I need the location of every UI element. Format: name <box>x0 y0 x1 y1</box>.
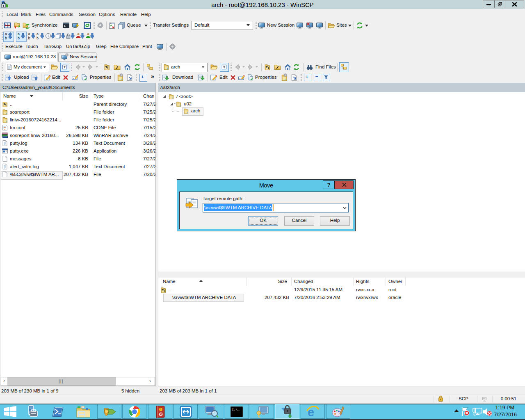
svg-text:C:\_: C:\_ <box>232 408 240 411</box>
